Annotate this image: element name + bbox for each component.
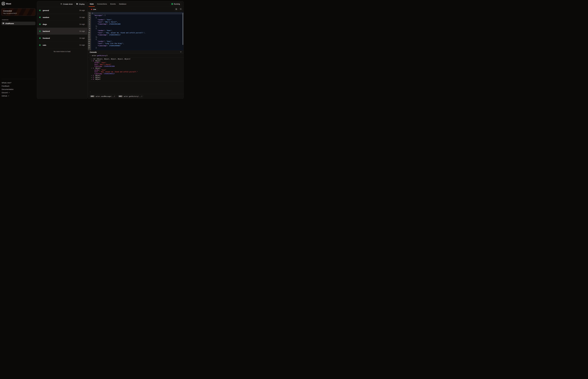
editor-scrollbar[interactable] xyxy=(183,13,183,45)
editor-line[interactable]: 11 "timestamp": 1764043995517 xyxy=(88,34,184,36)
editor-line[interactable]: 8v { xyxy=(88,27,184,30)
tab-events[interactable]: Events xyxy=(110,1,116,7)
display-button[interactable]: Display xyxy=(75,2,86,6)
tab-bar: StateConnectionsEventsDatabaseRunning xyxy=(88,1,184,7)
create-actor-button[interactable]: Create Actor xyxy=(59,2,74,6)
console-tree-row[interactable]: ▶3: Object xyxy=(88,77,184,79)
collapse-triangle-icon[interactable]: ▼ xyxy=(91,67,93,69)
editor-line[interactable]: 14 "sender": "User", xyxy=(88,40,184,42)
rpc-bar: RPCactor.sendMessage(...)RPCactor.getHis… xyxy=(88,94,184,99)
sidebar-link-documentation[interactable]: Documentation xyxy=(1,88,36,91)
undo-icon xyxy=(180,8,182,11)
line-number: 6 xyxy=(88,23,91,25)
editor-line[interactable]: 4 "sender": "User", xyxy=(88,19,184,21)
editor-line[interactable]: 13v { xyxy=(88,38,184,40)
status-dot-icon xyxy=(39,38,40,39)
rpc-label: actor.sendMessage(...) xyxy=(95,95,115,97)
collapse-triangle-icon[interactable]: ▼ xyxy=(91,60,93,62)
editor-line[interactable]: 1v{ xyxy=(88,12,184,14)
external-link-icon: ↗ xyxy=(8,95,9,97)
rpc-label: actor.getHistory(...) xyxy=(124,95,142,97)
prompt-chevron-icon: › xyxy=(90,55,91,56)
console-history-entry: › actor.getHistory() xyxy=(88,54,184,57)
actors-header: Create Actor Display xyxy=(37,1,87,7)
chevron-down-icon[interactable] xyxy=(180,51,182,53)
actor-row-backend[interactable]: backend1m ago xyxy=(37,28,87,35)
editor-line[interactable]: 9 "sender": "User", xyxy=(88,30,184,32)
actor-row-random[interactable]: random1m ago xyxy=(37,14,87,21)
return-value-icon: ‹ xyxy=(90,58,91,60)
expand-triangle-icon[interactable]: ▶ xyxy=(91,79,93,80)
status-dot-icon xyxy=(39,17,40,18)
rivet-logo-icon xyxy=(2,2,5,6)
actors-panel: Create Actor Display general2m agorandom… xyxy=(37,1,87,99)
actor-row-cats[interactable]: cats1m ago xyxy=(37,42,87,48)
prompt-chevron-icon: › xyxy=(90,91,91,93)
actors-empty-note: No more Actors to load. xyxy=(37,48,87,54)
console-input[interactable]: › xyxy=(88,90,184,94)
sidebar-item-chatroom[interactable]: chatRoom xyxy=(1,22,35,25)
instance-name: chatRoom xyxy=(5,22,14,24)
line-number: 5 xyxy=(88,21,91,23)
live-badge: Live xyxy=(90,8,98,11)
console-tree-row[interactable]: ▼0: Object xyxy=(88,60,184,62)
tab-database[interactable]: Database xyxy=(119,1,126,7)
line-number: 3v xyxy=(88,16,91,19)
plus-icon xyxy=(60,3,62,5)
console-tree-row[interactable]: ▶2: Object xyxy=(88,75,184,77)
editor-line[interactable]: 3v { xyxy=(88,16,184,19)
console-tree-row: text: "Who’s there?" xyxy=(88,64,184,66)
expand-triangle-icon[interactable]: ▶ xyxy=(91,77,93,79)
brand: Rivet xyxy=(2,2,35,6)
editor-toolbar: Live xyxy=(88,7,184,12)
state-editor[interactable]: 1v{2v "messages": [3v {4 "sender": "User… xyxy=(88,12,184,50)
actor-age: 1m ago xyxy=(79,30,85,32)
sidebar-link-feedback[interactable]: Feedback xyxy=(1,84,36,88)
line-number: 15 xyxy=(88,42,91,45)
sliders-icon xyxy=(76,3,78,5)
editor-line[interactable]: 10 "text": " Nay, answer me. Stand and u… xyxy=(88,32,184,34)
save-icon xyxy=(175,8,177,11)
actor-row-dogs[interactable]: dogs1m ago xyxy=(37,21,87,28)
save-button[interactable] xyxy=(175,8,178,11)
sidebar-link-whatsnew[interactable]: Whats new? xyxy=(1,81,36,84)
line-number: 14 xyxy=(88,40,91,42)
actor-row-frontend[interactable]: frontend1m ago xyxy=(37,35,87,42)
external-link-icon: ↗ xyxy=(8,92,10,94)
console-tree-row[interactable]: ▼1: Object xyxy=(88,67,184,69)
tab-connections[interactable]: Connections xyxy=(97,1,107,7)
console-header[interactable]: Console xyxy=(88,50,184,54)
actor-name: dogs xyxy=(43,23,79,25)
users-icon xyxy=(2,22,4,24)
editor-line[interactable]: 15 "text": "Long live the King!", xyxy=(88,42,184,45)
line-number: 4 xyxy=(88,19,91,21)
sidebar: Rivet Connected http://localhost:6420 In… xyxy=(0,0,37,99)
rpc-badge: RPC xyxy=(118,95,123,97)
line-number: 16 xyxy=(88,45,91,47)
rpc-button-actor-gethistory-[interactable]: RPCactor.getHistory(...) xyxy=(118,95,144,98)
sidebar-link-discord[interactable]: Discord↗ xyxy=(1,91,36,94)
console-tree-row[interactable]: ▶4: Object xyxy=(88,79,184,80)
instances-label: Instances xyxy=(2,19,35,21)
editor-line[interactable]: 7 }, xyxy=(88,25,184,27)
sidebar-link-github[interactable]: GitHub↗ xyxy=(1,94,36,97)
tab-state[interactable]: State xyxy=(90,1,94,7)
editor-line[interactable]: 17 } xyxy=(88,47,184,49)
rpc-button-actor-sendmessage-[interactable]: RPCactor.sendMessage(...) xyxy=(90,95,117,98)
console-tree-row[interactable]: ‹▼(5) [Object, Object, Object, Object, O… xyxy=(88,58,184,60)
actor-name: general xyxy=(43,9,79,11)
actor-name: random xyxy=(43,16,79,18)
collapse-triangle-icon[interactable]: ▼ xyxy=(92,58,93,60)
actor-name: frontend xyxy=(43,37,79,39)
actor-age: 2m ago xyxy=(79,9,85,11)
actor-name: cats xyxy=(43,44,79,46)
editor-line[interactable]: 6 "timestamp": 1764043991880 xyxy=(88,23,184,25)
actor-row-general[interactable]: general2m ago xyxy=(37,7,87,14)
editor-line[interactable]: 2v "messages": [ xyxy=(88,14,184,16)
expand-triangle-icon[interactable]: ▶ xyxy=(91,75,93,77)
editor-line[interactable]: 12 }, xyxy=(88,36,184,38)
connection-status: Connected xyxy=(3,10,34,12)
editor-line[interactable]: 5 "text": "Who’s there?", xyxy=(88,21,184,23)
revert-button[interactable] xyxy=(179,8,182,11)
editor-line[interactable]: 16 "timestamp": 1764043999867 xyxy=(88,45,184,47)
